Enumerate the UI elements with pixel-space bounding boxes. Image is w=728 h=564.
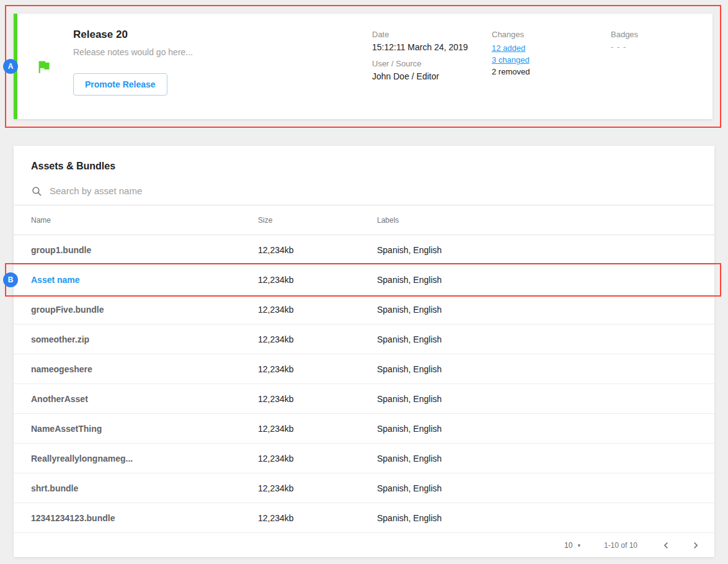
- release-badges-column: Badges - - -: [611, 14, 712, 119]
- promote-release-button[interactable]: Promote Release: [73, 73, 167, 96]
- release-title: Release 20: [73, 29, 372, 41]
- asset-labels: Spanish, English: [377, 245, 697, 255]
- assets-panel-title: Assets & Bundles: [14, 146, 714, 177]
- table-row[interactable]: Asset name 12,234kb Spanish, English: [14, 265, 714, 295]
- asset-name[interactable]: nameogeshere: [31, 364, 258, 374]
- badges-label: Badges: [611, 30, 712, 39]
- table-row[interactable]: shrt.bundle 12,234kb Spanish, English: [14, 473, 714, 503]
- table-header: Name Size Labels: [14, 205, 714, 235]
- table-row[interactable]: NameAssetThing 12,234kb Spanish, English: [14, 414, 714, 444]
- page-size-select[interactable]: 10 ▾: [564, 541, 580, 550]
- asset-labels: Spanish, English: [377, 394, 697, 404]
- asset-labels: Spanish, English: [377, 275, 697, 285]
- asset-size: 12,234kb: [258, 454, 377, 463]
- asset-size: 12,234kb: [258, 424, 377, 434]
- table-row[interactable]: AnotherAsset 12,234kb Spanish, English: [14, 384, 714, 414]
- table-row[interactable]: groupFive.bundle 12,234kb Spanish, Engli…: [14, 295, 714, 325]
- asset-name[interactable]: shrt.bundle: [31, 483, 258, 493]
- date-label: Date: [372, 30, 492, 39]
- asset-size: 12,234kb: [258, 245, 377, 255]
- asset-labels: Spanish, English: [377, 513, 697, 523]
- release-info: Release 20 Release notes would go here..…: [73, 14, 372, 119]
- changes-label: Changes: [492, 30, 611, 39]
- flag-icon: [35, 58, 52, 75]
- caret-down-icon: ▾: [577, 542, 580, 548]
- table-row[interactable]: Reallyreallylongnameg... 12,234kb Spanis…: [14, 444, 714, 473]
- release-date-column: Date 15:12:11 March 24, 2019 User / Sour…: [372, 14, 492, 119]
- user-source-value: John Doe / Editor: [372, 71, 492, 81]
- column-header-size: Size: [258, 216, 377, 225]
- column-header-name: Name: [31, 216, 258, 225]
- table-row[interactable]: someother.zip 12,234kb Spanish, English: [14, 325, 714, 354]
- asset-name[interactable]: Asset name: [31, 275, 258, 285]
- asset-size: 12,234kb: [258, 513, 377, 523]
- search-icon: [31, 186, 42, 197]
- asset-name[interactable]: someother.zip: [31, 334, 258, 344]
- changes-list: 12 added3 changed2 removed: [492, 42, 611, 78]
- asset-labels: Spanish, English: [377, 364, 697, 374]
- asset-size: 12,234kb: [258, 364, 377, 374]
- user-source-label: User / Source: [372, 59, 492, 68]
- change-item[interactable]: 3 changed: [492, 54, 611, 66]
- search-bar[interactable]: [14, 177, 714, 205]
- asset-name[interactable]: 12341234123.bundle: [31, 513, 258, 523]
- asset-labels: Spanish, English: [377, 454, 697, 463]
- table-row[interactable]: group1.bundle 12,234kb Spanish, English: [14, 235, 714, 265]
- asset-size: 12,234kb: [258, 305, 377, 315]
- asset-name[interactable]: NameAssetThing: [31, 424, 258, 434]
- release-notes: Release notes would go here...: [73, 47, 372, 57]
- assets-panel: Assets & Bundles Name Size Labels group1…: [14, 146, 714, 557]
- release-card: Release 20 Release notes would go here..…: [14, 14, 712, 119]
- asset-table-body: group1.bundle 12,234kb Spanish, English …: [14, 235, 714, 533]
- annotation-box-a: A Release 20 Release notes would go here…: [5, 5, 721, 128]
- asset-labels: Spanish, English: [377, 334, 697, 344]
- release-flag-column: [14, 14, 73, 119]
- asset-name[interactable]: groupFive.bundle: [31, 305, 258, 315]
- next-page-button[interactable]: [686, 535, 706, 555]
- change-item: 2 removed: [492, 66, 611, 78]
- asset-size: 12,234kb: [258, 334, 377, 344]
- release-changes-column: Changes 12 added3 changed2 removed: [492, 14, 611, 119]
- annotation-badge-a: A: [3, 59, 18, 74]
- pagination-range: 1-10 of 10: [604, 541, 637, 550]
- pagination: 10 ▾ 1-10 of 10: [14, 533, 714, 557]
- asset-labels: Spanish, English: [377, 424, 697, 434]
- search-input[interactable]: [50, 186, 697, 196]
- asset-name[interactable]: Reallyreallylongnameg...: [31, 454, 258, 463]
- asset-size: 12,234kb: [258, 483, 377, 493]
- asset-labels: Spanish, English: [377, 305, 697, 315]
- asset-labels: Spanish, English: [377, 483, 697, 493]
- asset-size: 12,234kb: [258, 275, 377, 285]
- asset-name[interactable]: AnotherAsset: [31, 394, 258, 404]
- page-size-value: 10: [564, 541, 572, 550]
- asset-name[interactable]: group1.bundle: [31, 245, 258, 255]
- table-row[interactable]: nameogeshere 12,234kb Spanish, English: [14, 354, 714, 384]
- column-header-labels: Labels: [377, 216, 697, 225]
- asset-size: 12,234kb: [258, 394, 377, 404]
- change-item[interactable]: 12 added: [492, 42, 611, 54]
- date-value: 15:12:11 March 24, 2019: [372, 42, 492, 52]
- table-row[interactable]: 12341234123.bundle 12,234kb Spanish, Eng…: [14, 503, 714, 533]
- previous-page-button[interactable]: [656, 535, 676, 555]
- badges-value: - - -: [611, 42, 712, 51]
